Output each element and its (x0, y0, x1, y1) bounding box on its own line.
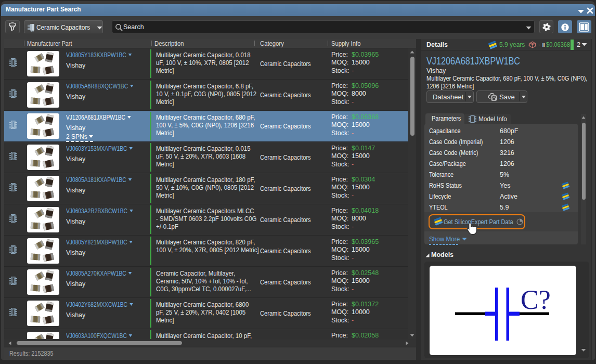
svg-text:C?: C? (521, 285, 551, 315)
